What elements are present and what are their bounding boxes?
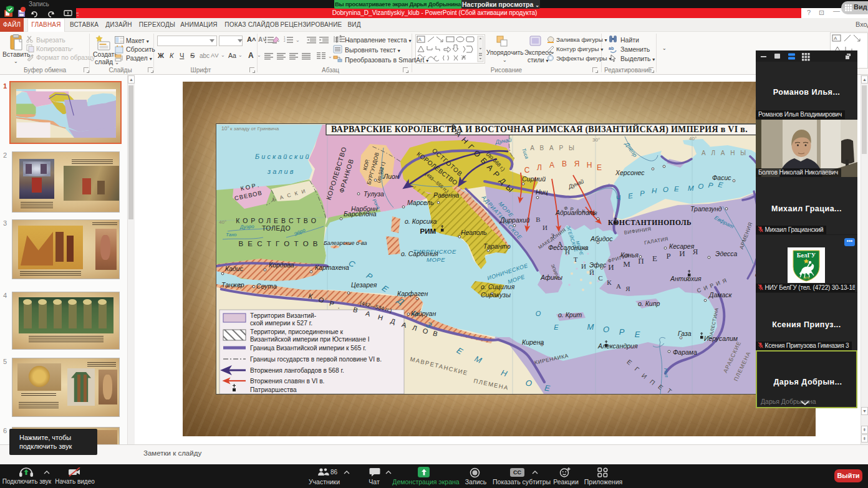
- svg-text:40°: 40°: [219, 219, 226, 225]
- svg-text:О: О: [663, 186, 668, 193]
- svg-text:A: A: [418, 37, 422, 42]
- svg-text:Дуэро: Дуэро: [239, 224, 255, 230]
- svg-text:Равенна: Равенна: [433, 191, 459, 199]
- svg-text:Фессалоника: Фессалоника: [548, 244, 589, 251]
- svg-text:Картахена: Картахена: [315, 264, 349, 271]
- svg-text:Е: Е: [652, 254, 657, 263]
- svg-text:Е: Е: [597, 163, 602, 172]
- svg-text:Византийской империи при Юстин: Византийской империи при Юстиниане I: [250, 336, 369, 343]
- svg-text:Т: Т: [574, 256, 578, 263]
- svg-text:С: С: [598, 274, 602, 282]
- svg-text:ab: ab: [609, 46, 614, 50]
- svg-text:Эфес: Эфес: [589, 261, 607, 269]
- svg-text:Н: Н: [587, 161, 592, 170]
- svg-text:Я: Я: [574, 160, 580, 168]
- svg-text:A: A: [834, 36, 837, 41]
- svg-text:Карфаген: Карфаген: [397, 290, 428, 297]
- svg-text:Кадис: Кадис: [225, 265, 244, 272]
- svg-text:о. Сардиния: о. Сардиния: [401, 250, 438, 257]
- svg-text:Сирмий: Сирмий: [522, 175, 546, 183]
- svg-text:В: В: [536, 216, 540, 223]
- svg-text:Неаполь: Неаполь: [461, 229, 487, 236]
- svg-text:К О Р О Л Е В С Т В О: К О Р О Л Е В С Т В О: [236, 217, 317, 224]
- svg-text:к западу от Гринвича: к западу от Гринвича: [230, 126, 279, 132]
- svg-text:Границы государств в первой по: Границы государств в первой половине VI …: [250, 356, 382, 363]
- svg-text:Патриаршества: Патриаршества: [250, 386, 297, 393]
- svg-text:И: И: [542, 224, 547, 231]
- svg-text:Тулуза: Тулуза: [364, 190, 384, 198]
- svg-text:Л: Л: [537, 163, 542, 172]
- svg-text:К: К: [607, 279, 612, 286]
- svg-text:А В А Р Ы: А В А Р Ы: [530, 145, 576, 151]
- svg-text:Вторжения славян в VI в.: Вторжения славян в VI в.: [250, 378, 324, 385]
- svg-text:Балеарские о-ва: Балеарские о-ва: [324, 240, 367, 246]
- svg-text:Марсель: Марсель: [407, 199, 434, 206]
- svg-text:30°: 30°: [592, 137, 600, 143]
- svg-text:П: П: [638, 256, 644, 266]
- svg-text:20°: 20°: [509, 126, 517, 132]
- svg-text:о. Сицилия: о. Сицилия: [481, 283, 515, 290]
- svg-text:Нил: Нил: [663, 368, 669, 378]
- svg-text:ской империи к 527 г.: ской империи к 527 г.: [250, 320, 312, 327]
- svg-text:о. Кипр: о. Кипр: [638, 300, 660, 307]
- svg-text:Граница Византийской империи к: Граница Византийской империи к 565 г.: [250, 345, 366, 352]
- svg-text:Фасис: Фасис: [712, 174, 731, 181]
- svg-text:о. Корсика: о. Корсика: [405, 218, 437, 225]
- svg-text:Р: Р: [640, 189, 645, 198]
- svg-text:С: С: [524, 166, 530, 175]
- svg-text:Р: Р: [666, 251, 670, 261]
- svg-text:Территории, присоединенные к: Территории, присоединенные к: [250, 328, 343, 335]
- svg-text:Тахо: Тахо: [226, 232, 237, 237]
- svg-text:Херсонес: Херсонес: [615, 169, 645, 176]
- svg-text:М: М: [623, 259, 630, 269]
- svg-text:2: 2: [284, 39, 286, 42]
- svg-text:О: О: [698, 183, 704, 191]
- svg-text:40°: 40°: [689, 136, 697, 141]
- svg-text:М: М: [587, 322, 594, 332]
- svg-text:Антиохия: Антиохия: [670, 275, 702, 282]
- svg-text:В: В: [562, 160, 567, 168]
- svg-text:Сеута: Сеута: [256, 282, 277, 290]
- svg-text:Е: Е: [635, 330, 640, 339]
- svg-text:Кордова: Кордова: [269, 261, 294, 269]
- svg-text:М: М: [688, 184, 694, 192]
- svg-text:о. Крит: о. Крит: [558, 311, 582, 318]
- svg-text:Диррахий: Диррахий: [499, 216, 530, 224]
- svg-text:ВАРВАРСКИЕ КОРОЛЕВСТВА И ВОСТО: ВАРВАРСКИЕ КОРОЛЕВСТВА И ВОСТОЧНАЯ РИМСК…: [331, 124, 748, 135]
- svg-text:Цезарея: Цезарея: [351, 281, 377, 289]
- svg-text:КОНСТАНТИНОПОЛЬ: КОНСТАНТИНОПОЛЬ: [608, 219, 692, 226]
- svg-text:Таранто: Таранто: [483, 242, 511, 250]
- svg-text:Кесарея: Кесарея: [669, 242, 695, 250]
- svg-text:Александрия: Александрия: [597, 342, 638, 350]
- svg-text:Афины: Афины: [540, 274, 562, 281]
- svg-text:ТОЛЕДО: ТОЛЕДО: [262, 224, 291, 232]
- svg-text:Ниц: Ниц: [536, 188, 547, 196]
- svg-text:А: А: [616, 282, 621, 290]
- svg-text:Сиракузы: Сиракузы: [481, 291, 511, 299]
- svg-text:10°: 10°: [221, 125, 229, 132]
- svg-text:А: А: [549, 161, 554, 170]
- svg-text:О: О: [603, 325, 609, 334]
- svg-text:А Л А Н Ы: А Л А Н Ы: [702, 150, 748, 156]
- svg-text:БелГУ: БелГУ: [797, 252, 816, 259]
- svg-text:Н: Н: [652, 187, 657, 194]
- svg-text:Кайруан: Кайруан: [411, 310, 436, 317]
- svg-text:Адрианополь: Адрианополь: [555, 209, 596, 216]
- svg-text:Фарама: Фарама: [673, 348, 697, 356]
- svg-text:В Е С Т Г О Т О В: В Е С Т Г О Т О В: [238, 240, 319, 247]
- svg-text:Кирена: Кирена: [522, 338, 544, 346]
- svg-text:Р: Р: [619, 327, 625, 337]
- svg-text:Барселона: Барселона: [344, 210, 377, 218]
- svg-text:Й: Й: [589, 269, 594, 276]
- svg-text:Трапезунд: Трапезунд: [690, 205, 722, 213]
- svg-text:Е: Е: [554, 323, 559, 331]
- svg-text:Б и с к а й с к и й: Б и с к а й с к и й: [255, 153, 309, 160]
- svg-text:И: И: [679, 249, 685, 258]
- svg-text:Лион: Лион: [383, 173, 399, 180]
- svg-text:Газа: Газа: [678, 330, 692, 337]
- svg-text:Эдесса: Эдесса: [715, 250, 738, 257]
- svg-text:Иерусалим: Иерусалим: [704, 335, 738, 342]
- svg-text:Дамаск: Дамаск: [708, 291, 733, 299]
- svg-text:И: И: [581, 262, 586, 270]
- svg-text:Абидос: Абидос: [590, 235, 613, 242]
